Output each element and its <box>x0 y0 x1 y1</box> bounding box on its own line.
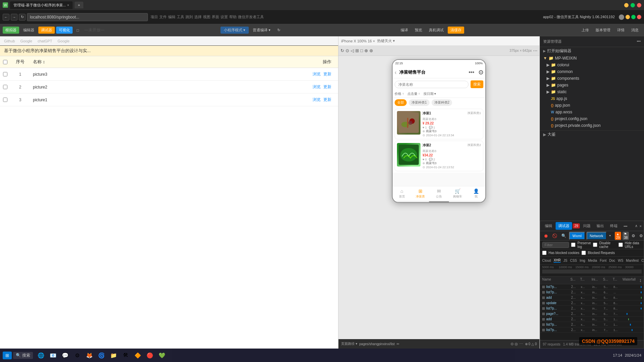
net-tab-css[interactable]: CSS <box>570 259 577 262</box>
col-time[interactable]: T... <box>613 278 621 283</box>
hide-data-urls-checkbox[interactable] <box>618 243 623 247</box>
preserve-log-checkbox[interactable] <box>571 243 575 247</box>
file-tree-components[interactable]: ▶ 📁 components <box>540 75 644 82</box>
file-tree-pages[interactable]: ▶ 📁 pages <box>540 82 644 88</box>
hotkey-btn[interactable]: 热键关火 ▾ <box>377 38 395 43</box>
net-row-5[interactable]: list?p... 2... x... in... 7... 8... <box>540 306 644 311</box>
real-debug-btn[interactable]: 真机调试 <box>426 27 446 34</box>
interface-menu[interactable]: 界面 <box>212 14 219 20</box>
col-init[interactable]: Ini... <box>592 278 602 283</box>
version-mgmt-btn[interactable]: 版本管理 <box>593 27 613 34</box>
bookmark-google2[interactable]: Google <box>56 38 71 44</box>
help-menu[interactable]: 帮助 <box>229 14 237 20</box>
blocked-cookies-checkbox[interactable] <box>542 251 547 255</box>
network-tab-btn[interactable]: Network <box>587 232 607 240</box>
devtools-tab-output[interactable]: 输出 <box>594 222 607 230</box>
settings-menu[interactable]: 设置 <box>220 14 228 20</box>
row2-browse-btn[interactable]: 浏览 <box>313 84 321 90</box>
file-tree-open-editor[interactable]: ▶ 打开始编辑器 <box>540 47 644 55</box>
bookmark-chatgpt[interactable]: chatGPT <box>36 38 53 44</box>
net-row-4[interactable]: update 2... x... in... 5... 8... <box>540 300 644 306</box>
bookmark-google[interactable]: Google <box>19 38 33 44</box>
nav-notice[interactable]: ✉ 公告 <box>430 188 448 199</box>
blocked-requests-checkbox[interactable] <box>581 251 586 255</box>
view-menu[interactable]: 视图 <box>203 14 210 20</box>
phone-menu-icon[interactable]: ••• <box>469 69 474 75</box>
edit-icon[interactable]: ✏ <box>397 342 399 346</box>
net-tab-manifest[interactable]: Manifest <box>626 259 639 262</box>
row2-checkbox[interactable] <box>3 85 7 89</box>
phone-search-input[interactable] <box>395 81 469 88</box>
col-status[interactable]: S... <box>570 278 579 283</box>
user-avatar[interactable] <box>619 14 624 20</box>
minimize-button[interactable] <box>624 3 629 7</box>
net-tab-media[interactable]: Media <box>588 259 597 262</box>
phone-tab-2[interactable]: 净菜种类2 <box>432 99 452 106</box>
net-row-8[interactable]: list?p... 2... x... in... 7... 1... <box>540 322 644 327</box>
clear-cache-btn[interactable]: 清缓存 <box>448 27 464 34</box>
disable-cache-checkbox[interactable] <box>593 243 597 247</box>
nav-vegs[interactable]: ⊞ 净菜类 <box>411 188 430 199</box>
bookmark-github[interactable]: Github <box>3 38 16 44</box>
taskbar-icon-chat[interactable]: 💬 <box>60 350 71 361</box>
sim-rotate-btn[interactable]: ⊞ <box>355 48 359 53</box>
wechat-devtools-menu[interactable]: 微信开发者工具 <box>238 14 264 20</box>
file-tree-static[interactable]: ▶ 📁 static <box>540 88 644 95</box>
address-input[interactable]: localhost:8080/springboot... <box>27 13 148 21</box>
preview-btn[interactable]: 预览 <box>412 27 425 34</box>
phone-camera-icon[interactable]: ⊙ <box>478 69 483 76</box>
row1-checkbox[interactable] <box>3 72 7 76</box>
devtools-tab-terminal[interactable]: 终端 <box>607 222 620 230</box>
devtools-collapse-btn[interactable]: ∧ <box>635 224 638 228</box>
simulator-mode-btn[interactable]: 模拟器 <box>3 27 19 34</box>
win-max-btn[interactable] <box>631 15 636 19</box>
net-tab-font[interactable]: Font <box>600 259 606 262</box>
upload-btn[interactable]: 上传 <box>579 27 592 34</box>
net-tab-ws[interactable]: WS <box>618 259 623 262</box>
sim-zoom-btn[interactable]: ⊕ <box>364 48 368 53</box>
file-tree-mp-weixin[interactable]: ▼ 📁 MP-WEIXIN <box>540 55 644 62</box>
more-network-btn[interactable]: • <box>608 233 612 239</box>
select-all-checkbox[interactable] <box>3 60 7 64</box>
tools-menu[interactable]: 工具 <box>177 14 184 20</box>
nav-me[interactable]: 👤 我 <box>467 188 485 199</box>
refresh-btn[interactable]: ↻ <box>19 14 26 21</box>
settings-icon-btn[interactable]: ⚙ <box>630 233 637 239</box>
nav-cart[interactable]: 🛒 购物车 <box>448 188 467 199</box>
back-nav-btn[interactable]: ← <box>3 14 9 21</box>
net-row-2[interactable]: list?p... 2... x... in... 6... ... <box>540 290 644 295</box>
edit-menu[interactable]: 编辑 <box>168 14 175 20</box>
details-btn[interactable]: 详情 <box>614 27 627 34</box>
sim-scan-btn[interactable]: ⊛ <box>369 48 373 53</box>
file-tree-appjson[interactable]: ▶ {} app.json <box>540 102 644 109</box>
nav-home[interactable]: ⌂ 首页 <box>393 188 411 199</box>
new-tab-btn[interactable]: + <box>75 2 83 8</box>
record-btn[interactable]: ⏺ <box>542 232 550 239</box>
maximize-button[interactable] <box>631 3 635 7</box>
phone-product-card-1[interactable]: 净菜1 净菜和类1 商家名称3 ¥ 29.22 ♥ 1 💬 1 ⊙ 商家号3 ⊙… <box>395 109 483 139</box>
refresh-sim-btn[interactable]: ↻ <box>275 27 283 33</box>
active-tab[interactable]: 管理端-基于微信小程序的净菜... × <box>10 1 73 9</box>
network-filter-input[interactable] <box>542 242 569 248</box>
network-settings-btn[interactable]: ⚙ <box>638 233 644 239</box>
sim-screen-btn[interactable]: □ <box>360 48 363 53</box>
taskbar-icon-app3[interactable]: 💚 <box>157 350 167 361</box>
projects-menu[interactable]: 项目 <box>151 14 158 20</box>
close-button[interactable] <box>637 3 641 7</box>
message-btn[interactable]: 消息 <box>629 27 641 34</box>
devtools-close-btn[interactable]: × <box>640 224 642 228</box>
sim-home-btn[interactable]: ⊙ <box>346 48 349 53</box>
taskbar-icon-browser[interactable]: 🌐 <box>36 350 46 361</box>
net-row-7[interactable]: add 2... x... in... 5... 1... <box>540 317 644 322</box>
sim-refresh-btn[interactable]: ↻ <box>340 48 344 53</box>
file-tree-colorui[interactable]: ▶ 📁 colorui <box>540 62 644 68</box>
net-row-9[interactable]: list?p... 2... x... in... 7... 1... <box>540 327 644 333</box>
col-name[interactable]: Name <box>542 278 569 283</box>
select-menu[interactable]: 选择 <box>194 14 202 20</box>
open-btn[interactable]: □ <box>74 27 82 33</box>
tab-close-icon[interactable]: × <box>67 3 69 7</box>
editor-mode-btn[interactable]: 编辑器 <box>21 27 37 34</box>
phone-back-icon[interactable]: ‹ <box>395 69 397 76</box>
taskbar-icon-chrome[interactable]: 🌀 <box>96 350 107 361</box>
net-tab-cloud[interactable]: Cloud <box>542 259 551 262</box>
